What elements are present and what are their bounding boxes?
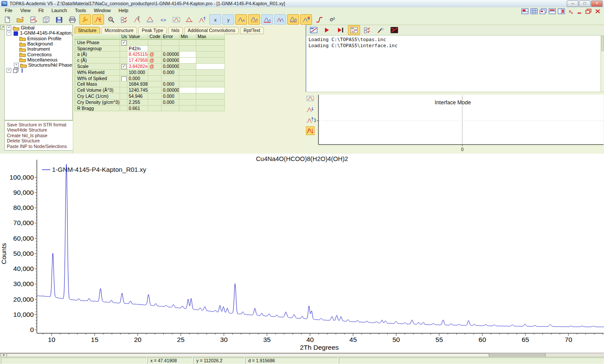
min-cell[interactable] [179,76,196,82]
error-cell[interactable]: 0.00000e+00 [162,64,179,70]
max-cell[interactable] [196,81,225,87]
code-cell[interactable] [148,87,162,93]
value-cell[interactable]: 3.84282e-00 [127,64,148,70]
code-cell[interactable] [148,76,162,82]
stop-fit-icon[interactable] [388,25,400,35]
min-cell[interactable] [179,52,196,58]
use-cell[interactable] [120,46,127,52]
use-cell[interactable] [120,76,127,82]
show-difference-icon[interactable] [248,14,260,25]
tree-toggle-icon[interactable]: + [14,63,19,68]
tree-item-emission-profile[interactable]: Emission Profile [5,36,72,41]
peak-axes-icon[interactable] [196,14,208,25]
show-calculated-icon[interactable] [274,14,286,25]
tab-hkls[interactable]: hkls [168,27,183,34]
mini-shift-down-icon[interactable] [306,105,315,113]
tree-item-structures-hkl-phases[interactable]: + Structures/hkl Phases [5,62,72,68]
tab-peak-type[interactable]: Peak Type [138,27,166,34]
copy-file-icon[interactable] [40,14,52,25]
max-cell[interactable] [196,40,225,46]
use-cell[interactable] [120,70,127,76]
error-cell[interactable]: 0.00000 [162,87,179,93]
command-delete-structure[interactable]: Delete Structure [7,138,75,143]
code-cell[interactable]: @ [148,52,162,58]
error-cell[interactable]: 0.000 [162,81,179,87]
tab-rpt-text[interactable]: Rpt/Text [240,27,264,34]
use-checkbox[interactable]: ✓ [121,64,127,69]
max-cell[interactable] [196,52,225,58]
cascade-windows-icon[interactable] [539,8,547,14]
tree-item-miscellaneous[interactable]: Miscellaneous [5,57,72,62]
error-cell[interactable]: 0.000 [162,93,179,100]
run-fit-icon[interactable] [321,25,333,35]
menu-help[interactable]: Help [115,7,133,14]
value-cell[interactable]: 100.000 [127,70,148,76]
peak-ticks-icon[interactable] [144,14,156,25]
show-code-icon[interactable]: <> [157,14,169,25]
show-phases-icon[interactable] [287,14,299,25]
min-cell[interactable] [179,40,196,46]
open-file-icon[interactable] [14,14,26,25]
use-cell[interactable] [120,52,127,58]
show-hkl-bars-icon[interactable] [300,14,312,25]
tile-windows-icon[interactable] [521,8,529,14]
edit-brush-icon[interactable] [375,25,387,35]
value-cell[interactable]: 17.4795807 [127,58,148,64]
menu-fit[interactable]: Fit [34,7,47,14]
value-cell[interactable]: P42/n [127,46,148,52]
max-cell[interactable] [196,106,225,112]
tab-additional-convolutions[interactable]: Additional Convolutions [184,27,239,34]
use-cell[interactable]: ✓ [120,40,127,46]
use-cell[interactable] [120,87,127,93]
value-cell[interactable]: 0.661 [127,106,148,112]
use-cell[interactable] [120,100,127,106]
max-cell[interactable] [196,70,225,76]
minimize-child-icon[interactable] [575,8,583,14]
command-paste-inp-to-node-selections[interactable]: Paste INP to Node/Selections [7,144,75,149]
interface-chart-icon[interactable] [308,25,320,35]
max-cell[interactable] [196,58,225,64]
use-cell[interactable] [120,106,127,112]
use-cell[interactable]: ✓ [120,64,127,70]
mini-shift-up-icon[interactable] [306,116,315,124]
restore-child-icon[interactable] [585,8,592,14]
error-cell[interactable]: 0.000 [162,70,179,76]
value-cell[interactable]: 1240.74566 [127,87,148,93]
zoom-peak-icon[interactable] [105,14,117,25]
show-background-icon[interactable] [261,14,273,25]
command-view-hide-structure[interactable]: View/Hide Structure [7,127,75,132]
tree-item[interactable]: + [5,68,72,73]
error-cell[interactable] [162,106,179,112]
menu-window[interactable]: Window [90,7,114,14]
max-cell[interactable] [196,46,225,52]
tree-toggle-icon[interactable]: + [6,68,11,73]
sigma2-icon[interactable]: σ² [326,14,338,25]
min-cell[interactable] [179,81,196,87]
max-cell[interactable] [196,64,225,70]
value-cell[interactable]: 0.000 [127,76,148,82]
split-vertical-icon[interactable] [557,8,565,14]
show-observed-icon[interactable] [235,14,247,25]
show-parameters-icon[interactable] [348,25,360,35]
tree-toggle-icon[interactable]: − [6,31,11,35]
code-cell[interactable]: @ [148,58,162,64]
minimize-button[interactable]: – [567,0,578,7]
mini-peak-tracking-icon[interactable] [306,126,315,135]
new-file-icon[interactable] [1,14,13,25]
select-params-icon[interactable] [118,14,130,25]
code-cell[interactable] [148,93,162,100]
use-checkbox[interactable] [121,76,127,81]
error-cell[interactable]: 0.0000000 [162,52,179,58]
import-scan-icon[interactable] [27,14,39,25]
save-file-icon[interactable] [53,14,65,25]
menu-view[interactable]: View [16,7,35,14]
min-cell[interactable] [179,58,196,64]
command-save-structure-in-str-format[interactable]: Save Structure in STR format [7,122,75,127]
code-cell[interactable] [148,40,162,46]
print-icon[interactable] [66,14,78,25]
menu-launch[interactable]: Launch [48,7,71,14]
use-cell[interactable] [120,58,127,64]
value-cell[interactable]: 1684.938 [127,81,148,87]
min-cell[interactable] [179,70,196,76]
menu-file[interactable]: File [1,7,16,14]
